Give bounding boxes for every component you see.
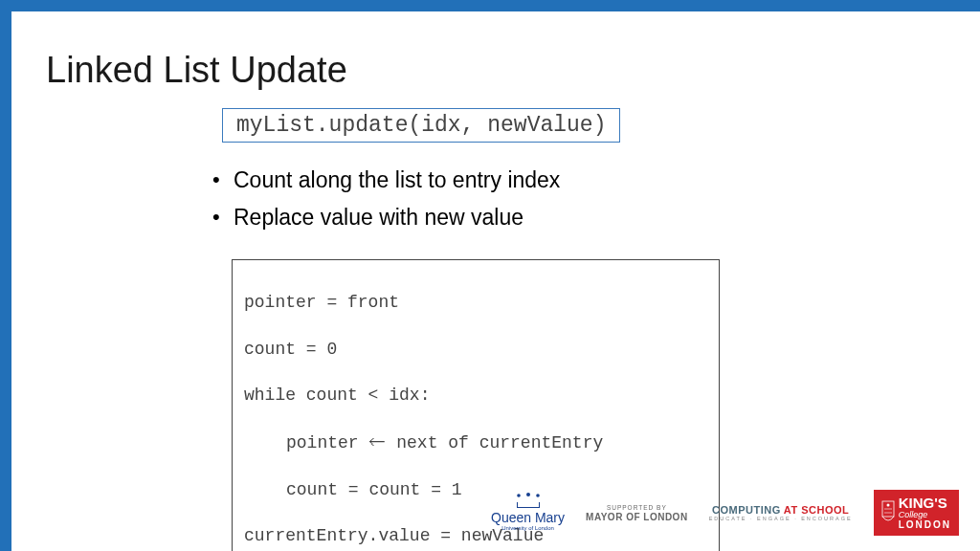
svg-point-2 [536,494,540,497]
bullet-item: Count along the list to entry index [212,167,951,193]
footer-logos: Queen Mary University of London SUPPORTE… [491,490,959,536]
crest-icon [881,499,895,526]
qm-subtitle: University of London [501,525,554,531]
queen-mary-logo: Queen Mary University of London [491,495,565,531]
computing-at-school-logo: COMPUTING AT SCHOOL EDUCATE · ENGAGE · E… [709,504,853,521]
svg-point-1 [526,493,530,496]
code-line: count = 0 [244,338,707,361]
code-line: pointer = front [244,291,707,314]
qm-name: Queen Mary [491,510,565,525]
slide-border-left [0,0,11,551]
kings-college-logo: KING'S College LONDON [874,490,959,536]
slide-content: Linked List Update myList.update(idx, ne… [11,11,980,551]
svg-point-4 [886,504,889,507]
arrow-left-icon: 🡐 [368,432,386,452]
cas-main: COMPUTING AT SCHOOL [712,504,849,516]
crown-icon [513,495,544,508]
bullet-list: Count along the list to entry index Repl… [212,167,951,231]
mayor-supported-by: SUPPORTED BY [607,504,667,511]
kcl-text: KING'S College LONDON [899,496,951,530]
code-line: pointer 🡐 next of currentEntry [244,430,707,454]
mayor-of-london-logo: SUPPORTED BY MAYOR OF LONDON [586,504,688,522]
code-line: while count < idx: [244,384,707,407]
svg-point-0 [517,494,521,497]
cas-tagline: EDUCATE · ENGAGE · ENCOURAGE [709,516,853,521]
bullet-item: Replace value with new value [212,205,951,231]
slide-border-top [0,0,980,11]
slide-title: Linked List Update [46,50,951,91]
method-signature-box: myList.update(idx, newValue) [222,108,620,143]
mayor-main: MAYOR OF LONDON [586,512,688,522]
